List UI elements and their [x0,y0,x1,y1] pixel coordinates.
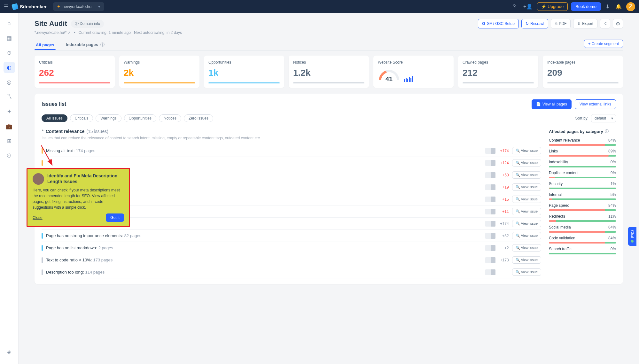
issue-row[interactable]: +124🔍 View issue [42,157,541,169]
download-icon[interactable]: ⬇ [604,2,611,11]
view-issue-button[interactable]: 🔍 View issue [512,256,541,264]
sidebar-magic-icon[interactable]: ✦ [4,106,15,117]
sidebar-diamond-icon[interactable]: ◈ [4,346,15,358]
view-issue-button[interactable]: 🔍 View issue [512,232,541,239]
domain-selector[interactable]: newyorkcafe.hu [53,2,104,11]
upgrade-button[interactable]: ⚡ Upgrade [537,2,568,11]
view-issue-button[interactable]: 🔍 View issue [512,244,541,252]
mini-bar [485,233,495,239]
view-issue-button[interactable]: 🔍 View issue [512,147,541,154]
issue-row[interactable]: Missing alt text: 174 pages+174🔍 View is… [42,145,541,157]
pdf-button[interactable]: ⎙ PDF [551,19,571,28]
filter-zero[interactable]: Zero issues [184,114,213,122]
sidebar-home-icon[interactable]: ⌂ [4,18,15,29]
sidebar-search-icon[interactable]: ⊙ [4,47,15,58]
share-button[interactable]: < [600,19,610,28]
view-issue-button[interactable]: 🔍 View issue [512,159,541,167]
tab-all-pages[interactable]: All pages [35,40,56,50]
topbar: ☰ Sitechecker newyorkcafe.hu ?⃝ +👤 ⚡ Upg… [0,0,639,13]
book-demo-button[interactable]: Book demo [571,2,601,11]
bell-icon[interactable]: 🔔 [614,2,623,11]
avatar[interactable]: Z [626,2,635,11]
chat-widget[interactable]: Chat [628,227,636,246]
logo[interactable]: Sitechecker [12,4,47,10]
sidebar-speed-icon[interactable]: ◐ [4,62,15,73]
category-bar [549,144,616,146]
breadcrumb[interactable]: *.newyorkcafe.hu/* ↗ [35,30,71,35]
issue-group-toggle[interactable]: ˄ Content relevance (15 issues) [42,129,541,134]
tooltip-got-it-button[interactable]: Got it [106,213,124,222]
filter-all-issues[interactable]: All issues [42,114,67,122]
info-icon[interactable]: ⓘ [605,129,609,134]
category-row[interactable]: Redirects11% [549,214,616,222]
metric-score[interactable]: Website Score 41 [373,56,454,88]
filter-opportunities[interactable]: Opportunities [124,114,156,122]
mini-bar [485,245,495,251]
severity-indicator [42,257,43,263]
add-user-icon[interactable]: +👤 [522,2,534,11]
severity-indicator [42,245,43,251]
tooltip-avatar [33,173,44,185]
sidebar-apps-icon[interactable]: ⊞ [4,135,15,147]
severity-indicator [42,233,43,239]
sidebar-dashboard-icon[interactable]: ▦ [4,32,15,44]
mini-bar [485,197,495,202]
category-bar [549,220,616,222]
sidebar-target-icon[interactable]: ◎ [4,76,15,88]
domain-info-button[interactable]: ⓘ Domain info [71,20,104,28]
view-issue-button[interactable]: 🔍 View issue [512,208,541,215]
category-row[interactable]: Duplicate content9% [549,171,616,178]
sidebar-trend-icon[interactable]: 〽 [4,91,15,103]
view-all-pages-button[interactable]: 📄 View all pages [532,99,572,109]
category-row[interactable]: Internal5% [549,192,616,200]
sidebar-share-icon[interactable]: ⚇ [4,150,15,161]
metric-indexable[interactable]: Indexable pages209 [543,56,623,88]
category-row[interactable]: Social media84% [549,225,616,233]
issue-row[interactable]: Page has no list markdown: 2 pages+2🔍 Vi… [42,242,541,254]
view-external-links-button[interactable]: View external links [575,99,616,109]
metric-opportunities[interactable]: Opportunities1k [204,56,284,88]
issue-row[interactable]: Description too long: 114 pages🔍 View is… [42,266,541,278]
filter-criticals[interactable]: Criticals [70,114,93,122]
view-issue-button[interactable]: 🔍 View issue [512,220,541,227]
sort-label: Sort by: [575,116,588,120]
category-row[interactable]: Search traffic0% [549,247,616,254]
metric-crawled[interactable]: Crawled pages212 [458,56,538,88]
help-icon[interactable]: ?⃝ [511,3,519,11]
tab-indexable-pages[interactable]: Indexable pages ⓘ [65,39,106,50]
create-segment-button[interactable]: + Create segment [584,40,623,48]
sort-select[interactable]: default [591,114,616,122]
recrawl-button[interactable]: ↻ Recrawl [521,19,548,28]
category-bar [549,188,616,189]
metric-criticals[interactable]: Criticals262 [35,56,115,88]
view-issue-button[interactable]: 🔍 View issue [512,171,541,179]
filter-warnings[interactable]: Warnings [96,114,121,122]
category-row[interactable]: Links89% [549,149,616,157]
filter-notices[interactable]: Notices [159,114,181,122]
metric-notices[interactable]: Notices1.2k [289,56,369,88]
mini-bar [485,184,495,190]
settings-gear-icon[interactable]: ⚙ [613,19,623,28]
category-bar [549,166,616,167]
tooltip-close-link[interactable]: Close [33,215,43,220]
tooltip-title: Identify and Fix Meta Description Length… [47,173,124,185]
hamburger-icon[interactable]: ☰ [4,4,8,10]
category-row[interactable]: Content relevance84% [549,138,616,146]
issue-row[interactable]: Page has no strong importance elements: … [42,230,541,242]
category-row[interactable]: Code validation84% [549,236,616,244]
sidebar-briefcase-icon[interactable]: 💼 [4,120,15,132]
view-issue-button[interactable]: 🔍 View issue [512,183,541,191]
issue-row[interactable]: Text to code ratio < 10%: 173 pages+173🔍… [42,254,541,266]
view-issue-button[interactable]: 🔍 View issue [512,196,541,203]
metric-warnings[interactable]: Warnings2k [119,56,199,88]
dot: • [74,30,75,35]
view-issue-button[interactable]: 🔍 View issue [512,268,541,276]
export-button[interactable]: ⬇ Export [573,19,597,28]
ga-gsc-button[interactable]: G GA / GSC Setup [478,19,519,28]
logo-icon [12,3,19,10]
category-row[interactable]: Indexability0% [549,160,616,167]
score-trend [404,74,413,82]
category-row[interactable]: Security1% [549,182,616,189]
category-row[interactable]: Page speed84% [549,203,616,211]
mini-bar [485,148,495,154]
